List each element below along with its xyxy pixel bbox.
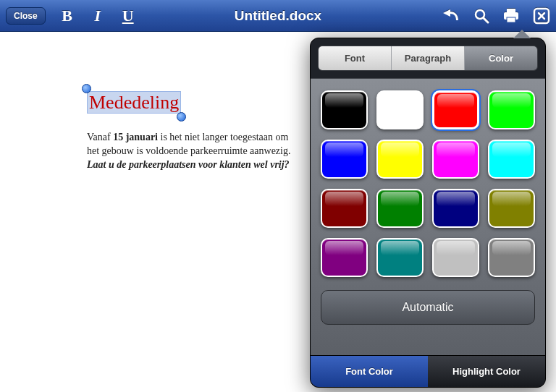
color-swatch-blue[interactable] [321,140,368,179]
print-icon[interactable] [502,8,520,24]
color-swatch-cyan[interactable] [488,140,535,179]
para-text: het gebouw is voldoende parkeerruimte aa… [87,145,290,156]
svg-line-1 [484,18,488,22]
format-group: B I U [59,7,137,25]
color-swatch-magenta[interactable] [432,140,479,179]
selected-heading[interactable]: Mededeling [87,90,181,115]
tab-font[interactable]: Font [319,46,392,70]
color-swatch-olive[interactable] [488,189,535,228]
color-swatch-black[interactable] [321,90,368,129]
color-swatch-darkred[interactable] [321,189,368,228]
selection-handle-end[interactable] [177,112,186,122]
tab-color[interactable]: Color [465,46,537,70]
color-swatches [321,90,535,277]
color-swatch-yellow[interactable] [376,140,424,179]
close-panel-icon[interactable] [533,7,550,25]
color-swatch-darkgreen[interactable] [376,189,424,228]
undo-icon[interactable] [442,9,460,22]
italic-button[interactable]: I [89,7,106,25]
underline-button[interactable]: U [119,7,137,25]
search-icon[interactable] [473,8,489,24]
para-emphasis: Laat u de parkeerplaatsen voor klanten w… [87,159,290,170]
color-swatch-teal[interactable] [376,238,424,277]
toolbar: Close B I U Untitled.docx [0,0,556,32]
para-bold: 15 januari [113,132,158,142]
color-swatch-purple[interactable] [321,238,368,277]
color-swatch-navy[interactable] [432,189,479,228]
svg-rect-2 [507,9,515,12]
svg-rect-4 [507,17,515,22]
paragraph[interactable]: Vanaf 15 januari is het niet langer toeg… [87,131,333,172]
format-popover: Font Paragraph Color Automatic Font Colo… [310,38,546,388]
tab-font-color[interactable]: Font Color [311,356,428,387]
para-text: Vanaf [87,132,113,142]
popover-tabs: Font Paragraph Color [318,46,538,71]
automatic-color-button[interactable]: Automatic [321,290,535,325]
color-swatch-gray[interactable] [488,238,535,277]
tab-paragraph[interactable]: Paragraph [392,46,465,70]
toolbar-right [442,7,550,25]
color-swatch-white[interactable] [376,90,424,129]
color-swatch-red[interactable] [432,90,479,129]
heading-text[interactable]: Mededeling [87,91,181,114]
color-panel: Automatic [311,78,545,355]
close-button[interactable]: Close [6,7,46,25]
color-swatch-silver[interactable] [432,238,479,277]
tab-highlight-color[interactable]: Highlight Color [428,356,545,387]
para-text: is het niet langer toegestaan om [158,132,288,142]
color-mode-tabs: Font Color Highlight Color [311,355,545,387]
color-swatch-green[interactable] [488,90,535,129]
selection-handle-start[interactable] [82,84,91,93]
bold-button[interactable]: B [59,7,76,25]
